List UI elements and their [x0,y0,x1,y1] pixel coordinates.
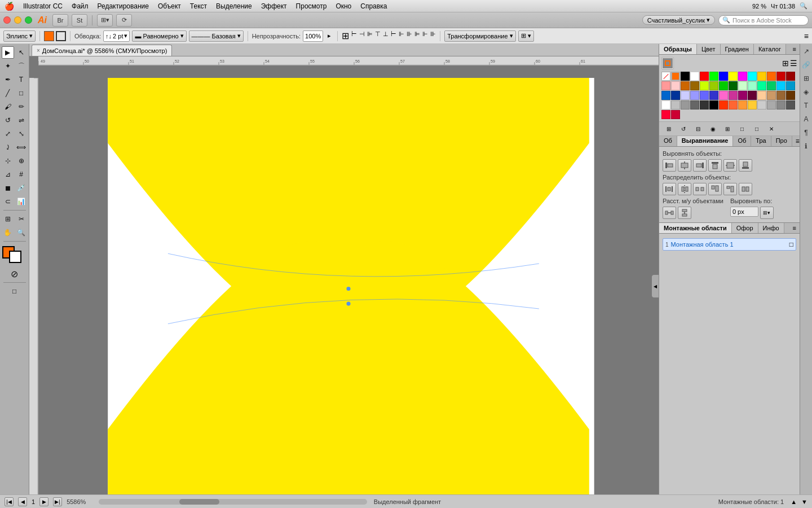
change-screen-mode[interactable]: □ [8,285,21,297]
eyedropper-tool[interactable]: 💉 [15,182,28,194]
transform-button[interactable]: Трансформирование ▾ [444,30,515,42]
swatch-orange-yellow[interactable] [757,72,766,81]
align-left-icon[interactable]: ⊢ [351,30,357,41]
dist-bottom-edges-btn[interactable] [739,183,752,195]
menu-effect[interactable]: Эффект [261,2,287,10]
tab-gradient[interactable]: Градиен [721,44,754,54]
tab-info[interactable]: Инфо [758,223,784,233]
chart-tool[interactable]: 📊 [15,195,28,208]
swatch-gold[interactable] [748,100,757,110]
artboard-tool[interactable]: ⊞ [2,213,14,225]
stroke-color-control[interactable] [9,251,21,263]
dist-h-centers-btn[interactable] [678,183,691,195]
dist-equal-v-btn[interactable] [678,207,691,219]
next-page-btn[interactable]: ▶ [39,497,48,506]
swatches-grid-btn[interactable]: ⊞ [782,59,789,68]
swatch-darker-gray[interactable] [700,100,709,110]
dist-more-icon[interactable]: ⊩ [422,30,428,41]
links-icon[interactable]: 🔗 [801,60,811,70]
swatch-black2[interactable] [709,100,718,110]
swatch-rose[interactable] [729,91,738,100]
menu-object[interactable]: Объект [158,2,181,10]
swatch-olive-green[interactable] [709,81,718,90]
swatch-dark-violet[interactable] [709,91,718,100]
perspective-tool[interactable]: ⊿ [2,168,14,181]
transform-extra-button[interactable]: ⊞ ▾ [518,30,534,42]
horizontal-scrollbar[interactable] [99,499,367,505]
swatch-peach[interactable] [757,91,766,100]
dist-extra-icon[interactable]: ⊫ [414,30,420,41]
paintbrush-tool[interactable]: 🖌 [2,100,14,113]
pen-tool[interactable]: ✒ [2,73,14,86]
swatch-pink[interactable] [719,91,728,100]
menu-text[interactable]: Текст [190,2,207,10]
new-color-group-icon[interactable]: □ [736,124,748,134]
scale-tool[interactable]: ⤢ [2,128,14,140]
stroke-distribution-dropdown[interactable]: ▬ Равномерно ▾ [132,30,186,42]
align-center-h-icon[interactable]: ⊣ [359,30,365,41]
libraries-icon[interactable]: ↗ [801,46,811,56]
tab-catalog[interactable]: Каталог [754,44,786,54]
tab-swatches[interactable]: Образцы [659,44,697,54]
menu-window[interactable]: Окно [336,2,351,10]
swatch-dark-brown[interactable] [786,91,795,100]
swatch-black[interactable] [681,72,690,81]
scrollbar-thumb[interactable] [179,499,219,505]
swatch-orange2[interactable] [729,100,738,110]
swatch-dark-red[interactable] [776,72,785,81]
stock-button[interactable]: St [72,14,87,27]
swatch-darker-red[interactable] [786,72,795,81]
swatches-list-btn[interactable]: ☰ [790,59,797,68]
dist-left-edges-btn[interactable] [663,183,676,195]
document-tab[interactable]: × ДомСолнца.ai* @ 5586% (СМУК/Просмотр) [32,45,172,56]
type-icon[interactable]: T [801,100,811,111]
rect-tool[interactable]: □ [15,87,28,99]
artboard-nav-down[interactable]: ▼ [801,498,807,505]
align-center-v-icon[interactable]: ⊥ [383,30,389,41]
align-bottom-icon[interactable]: ⊢ [391,30,396,41]
swatch-brown[interactable] [690,81,699,90]
swatch-yellow-green[interactable] [700,81,709,90]
window-minimize-button[interactable] [14,16,21,24]
swatch-red-orange[interactable] [719,100,728,110]
appearance-icon[interactable]: ◈ [801,87,811,97]
menu-search-icon[interactable]: 🔍 [800,2,807,10]
tab-color[interactable]: Цвет [697,44,721,54]
dist-more2-icon[interactable]: ⊪ [430,30,436,41]
swatch-white2[interactable] [661,100,670,110]
align-right-icon[interactable]: ⊫ [367,30,373,41]
propbar-menu-icon[interactable]: ≡ [804,32,809,41]
shape-builder-tool[interactable]: ⊕ [15,155,28,167]
stroke-type-dropdown[interactable]: ——— Базовая ▾ [189,30,244,42]
swatch-white[interactable] [690,72,699,81]
swatch-light-lavender[interactable] [681,91,690,100]
swatch-light-green[interactable] [738,81,747,90]
align-h-centers-btn[interactable] [678,159,691,172]
dist-v-centers-btn[interactable] [723,183,737,195]
menu-illustrator[interactable]: Illustrator CC [23,2,63,10]
tab-object2[interactable]: Об [733,136,751,146]
rotate-button[interactable]: ⟳ [116,14,132,27]
edit-colors-icon[interactable]: ◉ [707,124,719,134]
tab-properties[interactable]: Про [771,136,792,146]
magic-wand-tool[interactable]: ✦ [2,60,14,72]
align-left-edges-btn[interactable] [663,159,676,172]
user-account-button[interactable]: Счастливый_суслик ▾ [642,15,715,25]
swatch-magenta[interactable] [738,72,747,81]
panel-collapse-button[interactable]: ◀ [652,275,659,297]
fill-color-swatch[interactable] [44,31,54,41]
swatch-mint[interactable] [748,81,757,90]
menu-file[interactable]: Файл [72,2,89,10]
shear-tool[interactable]: ⤡ [15,128,28,140]
color-guide-icon[interactable]: ⊞ [721,124,734,134]
swatch-list-view-btn[interactable] [663,58,673,68]
character-icon[interactable]: A [801,114,811,124]
tab-object[interactable]: Об [659,136,677,146]
swatch-dark-crimson[interactable] [671,110,680,119]
warp-tool[interactable]: ⤸ [2,141,14,154]
swatch-gray3[interactable] [776,100,785,110]
swatch-red[interactable] [700,72,709,81]
dist-equal-h-btn[interactable] [663,207,676,219]
swatch-dark-blue[interactable] [661,91,670,100]
layers-icon[interactable]: ⊞ [801,73,811,84]
